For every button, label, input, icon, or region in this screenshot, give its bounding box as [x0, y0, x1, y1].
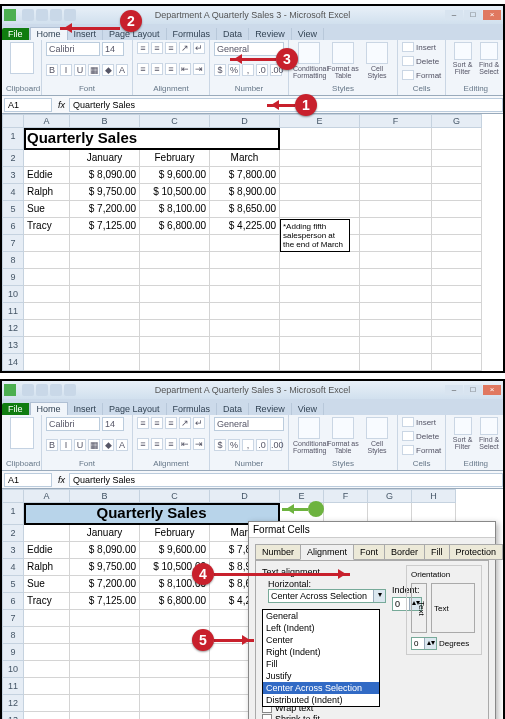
bold-icon[interactable]: B [46, 64, 58, 76]
group-cells: Cells [402, 84, 441, 93]
orientation-icon[interactable]: ↗ [179, 42, 191, 54]
horizontal-select[interactable]: Center Across Selection▾ [268, 589, 386, 603]
italic-icon[interactable]: I [60, 64, 72, 76]
paste-button[interactable] [10, 417, 34, 449]
tab-view[interactable]: View [292, 403, 324, 415]
number-format-select[interactable]: General [214, 42, 284, 56]
quick-access-toolbar[interactable] [22, 9, 76, 21]
opt-distributed[interactable]: Distributed (Indent) [263, 694, 379, 706]
shrink-checkbox[interactable]: Shrink to fit [262, 714, 482, 719]
close-button[interactable]: × [483, 385, 501, 395]
opt-justify[interactable]: Justify [263, 670, 379, 682]
row-name[interactable]: Ralph [24, 184, 70, 201]
align-top-icon[interactable]: ≡ [137, 42, 149, 54]
tab-formulas[interactable]: Formulas [167, 403, 218, 415]
align-right-icon[interactable]: ≡ [165, 63, 177, 75]
wrap-text-icon[interactable]: ↵ [193, 42, 205, 54]
column-headers[interactable]: ABCDEFG [2, 114, 503, 128]
header-mar[interactable]: March [210, 150, 280, 167]
maximize-button[interactable]: □ [464, 10, 482, 20]
tab-review[interactable]: Review [249, 403, 292, 415]
maximize-button[interactable]: □ [464, 385, 482, 395]
format-cells-dialog: Format Cells Number Alignment Font Borde… [248, 521, 496, 719]
header-jan[interactable]: January [70, 150, 140, 167]
comma-icon[interactable]: , [242, 64, 254, 76]
opt-center[interactable]: Center [263, 634, 379, 646]
tab-insert[interactable]: Insert [68, 403, 104, 415]
opt-fill[interactable]: Fill [263, 658, 379, 670]
quick-access-toolbar[interactable] [22, 384, 76, 396]
selection-box [24, 128, 280, 150]
tab-page-layout[interactable]: Page Layout [103, 403, 167, 415]
close-button[interactable]: × [483, 10, 501, 20]
opt-left[interactable]: Left (Indent) [263, 622, 379, 634]
font-name-select[interactable]: Calibri [46, 42, 100, 56]
cell-styles-button[interactable]: Cell Styles [361, 42, 393, 79]
merge-icon[interactable]: ⇥ [193, 63, 205, 75]
dialog-tabs: Number Alignment Font Border Fill Protec… [255, 544, 489, 560]
tab-file[interactable]: File [2, 403, 30, 415]
align-left-icon[interactable]: ≡ [137, 63, 149, 75]
worksheet-grid[interactable]: ABCDEFG 1Quarterly Sales 2JanuaryFebruar… [2, 114, 503, 371]
insert-cells-icon[interactable] [402, 42, 414, 52]
fx-icon[interactable]: fx [54, 475, 69, 485]
callout-3: 3 [276, 48, 298, 70]
font-size-select[interactable]: 14 [102, 417, 124, 431]
align-mid-icon[interactable]: ≡ [151, 42, 163, 54]
font-name-select[interactable]: Calibri [46, 417, 100, 431]
opt-right[interactable]: Right (Indent) [263, 646, 379, 658]
tab-data[interactable]: Data [217, 403, 249, 415]
font-color-icon[interactable]: A [116, 64, 128, 76]
indent-dec-icon[interactable]: ⇤ [179, 63, 191, 75]
tab-review[interactable]: Review [249, 28, 292, 40]
dlg-tab-fill[interactable]: Fill [424, 544, 450, 560]
opt-general[interactable]: General [263, 610, 379, 622]
find-select-button[interactable]: Find & Select [477, 42, 502, 75]
group-number: Number [214, 84, 284, 93]
align-center-icon[interactable]: ≡ [151, 63, 163, 75]
minimize-button[interactable]: – [445, 10, 463, 20]
horizontal-dropdown[interactable]: General Left (Indent) Center Right (Inde… [262, 609, 380, 707]
sort-filter-button[interactable]: Sort & Filter [450, 42, 475, 75]
border-icon[interactable]: ▦ [88, 64, 100, 76]
format-cells-icon[interactable] [402, 70, 414, 80]
degrees-spinner[interactable]: 0▴▾ [411, 637, 437, 650]
currency-icon[interactable]: $ [214, 64, 226, 76]
comment-note: *Adding fifth salesperson at the end of … [280, 219, 350, 252]
green-arrow [282, 508, 308, 511]
name-box[interactable]: A1 [4, 473, 52, 487]
row-name[interactable]: Tracy [24, 218, 70, 235]
name-box[interactable]: A1 [4, 98, 52, 112]
formula-input[interactable]: Quarterly Sales [69, 473, 503, 487]
chevron-down-icon[interactable]: ▾ [373, 590, 385, 602]
inc-decimal-icon[interactable]: .0 [256, 64, 268, 76]
row-name[interactable]: Eddie [24, 167, 70, 184]
format-as-table-button[interactable]: Format as Table [327, 42, 359, 79]
tab-view[interactable]: View [292, 28, 324, 40]
row-name[interactable]: Sue [24, 201, 70, 218]
tab-home[interactable]: Home [30, 402, 68, 415]
align-bot-icon[interactable]: ≡ [165, 42, 177, 54]
paste-button[interactable] [10, 42, 34, 74]
font-size-select[interactable]: 14 [102, 42, 124, 56]
dlg-tab-alignment[interactable]: Alignment [300, 544, 354, 560]
fill-color-icon[interactable]: ◆ [102, 64, 114, 76]
underline-icon[interactable]: U [74, 64, 86, 76]
header-feb[interactable]: February [140, 150, 210, 167]
group-styles: Styles [293, 84, 393, 93]
tab-data[interactable]: Data [217, 28, 249, 40]
percent-icon[interactable]: % [228, 64, 240, 76]
dlg-tab-border[interactable]: Border [384, 544, 425, 560]
dlg-tab-protection[interactable]: Protection [449, 544, 504, 560]
orientation-dial[interactable]: Text [431, 583, 475, 633]
tab-file[interactable]: File [2, 28, 30, 40]
dlg-tab-number[interactable]: Number [255, 544, 301, 560]
number-format-select[interactable]: General [214, 417, 284, 431]
callout-4-arrow [214, 573, 350, 576]
opt-center-across[interactable]: Center Across Selection [263, 682, 379, 694]
minimize-button[interactable]: – [445, 385, 463, 395]
delete-cells-icon[interactable] [402, 56, 414, 66]
fx-icon[interactable]: fx [54, 100, 69, 110]
tab-formulas[interactable]: Formulas [167, 28, 218, 40]
dlg-tab-font[interactable]: Font [353, 544, 385, 560]
